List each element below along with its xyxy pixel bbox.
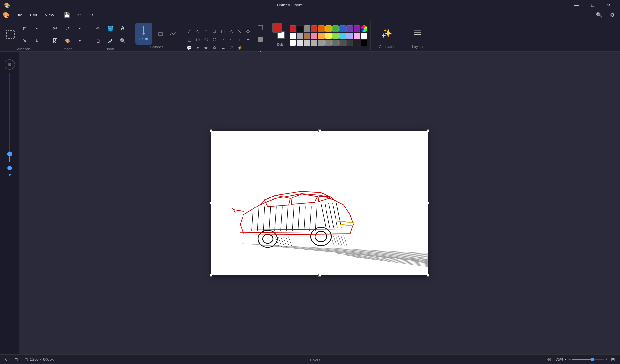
resize-button[interactable]: ⇲: [19, 35, 30, 46]
pencil-button[interactable]: ✏: [92, 23, 104, 34]
eyedropper-button[interactable]: 💉: [105, 35, 116, 46]
shape-star5-btn[interactable]: ★: [202, 44, 210, 52]
shape-lightning-btn[interactable]: ⚡: [236, 44, 243, 52]
color-swatch[interactable]: [354, 40, 360, 46]
zoom-minus-icon[interactable]: −: [568, 357, 571, 362]
shape-rtriangle2-btn[interactable]: ◿: [185, 35, 193, 43]
save-button[interactable]: 💾: [62, 11, 72, 20]
select-rect-button[interactable]: [3, 25, 17, 44]
color-swatch[interactable]: [318, 40, 325, 46]
foreground-color[interactable]: [272, 23, 282, 33]
image-select-button[interactable]: 🖼: [49, 35, 61, 46]
color-swatch[interactable]: [332, 33, 339, 39]
handle-mid-right[interactable]: [427, 202, 429, 204]
fill-button[interactable]: 🪣: [105, 23, 116, 34]
cocreator-button[interactable]: ✨: [378, 27, 395, 40]
color-swatch[interactable]: [325, 25, 332, 32]
color-swatch[interactable]: [297, 33, 303, 39]
color-swatch[interactable]: [354, 25, 360, 32]
handle-top-center[interactable]: [318, 129, 321, 132]
zoom-plus-icon[interactable]: +: [605, 357, 608, 362]
close-button[interactable]: ✕: [601, 0, 616, 10]
shape-star4-btn[interactable]: ✦: [194, 44, 202, 52]
color-swatch[interactable]: [297, 40, 303, 46]
shape-oval-btn[interactable]: ○: [202, 27, 210, 35]
color-swatch[interactable]: [290, 33, 296, 39]
color-swatch[interactable]: [325, 33, 332, 39]
image-bg-button[interactable]: 🎨: [62, 35, 73, 46]
color-swatch[interactable]: [304, 25, 310, 32]
shape-diamond2-btn[interactable]: ⬡: [194, 35, 202, 43]
color-swatch[interactable]: [346, 33, 353, 39]
color-swatch[interactable]: [339, 33, 346, 39]
handle-mid-left[interactable]: [210, 202, 212, 204]
fit-view-button[interactable]: ⊕: [546, 356, 553, 363]
color-swatch[interactable]: [318, 25, 325, 32]
magnifier-button[interactable]: 🔍: [117, 35, 129, 46]
color-swatch[interactable]: [346, 40, 353, 46]
zoom-track[interactable]: [572, 359, 604, 360]
handle-bot-left[interactable]: [210, 274, 212, 277]
color-wheel-swatch[interactable]: [361, 25, 367, 32]
fill-control-btn[interactable]: [255, 34, 265, 45]
color-swatch[interactable]: [339, 40, 346, 46]
maximize-button[interactable]: □: [585, 0, 600, 10]
color-swatch[interactable]: [325, 40, 332, 46]
edit-colors-button[interactable]: Edit: [272, 41, 288, 49]
shape-callout-btn[interactable]: 💬: [185, 44, 193, 52]
color-swatch[interactable]: [297, 25, 303, 32]
shape-diamond-btn[interactable]: ◇: [244, 27, 252, 35]
shape-rect-btn[interactable]: □: [211, 27, 218, 35]
color-swatch[interactable]: [311, 25, 317, 32]
settings-button[interactable]: ⚙: [607, 11, 617, 20]
color-swatch[interactable]: [290, 40, 296, 46]
color-swatch[interactable]: [318, 33, 325, 39]
image-flip-button[interactable]: ⇄: [62, 23, 73, 34]
color-swatch[interactable]: [311, 40, 317, 46]
zoom-to-fit-button[interactable]: ⊞: [610, 356, 616, 363]
color-swatch[interactable]: [361, 33, 367, 39]
image-bg-dropdown[interactable]: ▾: [74, 35, 86, 46]
rotate-button[interactable]: ↻: [31, 35, 43, 46]
shape-roundrect-btn[interactable]: ▢: [219, 27, 227, 35]
handle-bot-right[interactable]: [427, 274, 429, 277]
menu-edit[interactable]: Edit: [27, 11, 40, 19]
handle-bot-center[interactable]: [318, 274, 321, 277]
shape-cloud-btn[interactable]: ☁: [219, 44, 227, 52]
undo-button[interactable]: ↩: [74, 11, 84, 20]
color-swatch[interactable]: [304, 33, 310, 39]
minimize-button[interactable]: —: [569, 0, 584, 10]
color-swatch[interactable]: [339, 25, 346, 32]
eraser-button[interactable]: ◻: [92, 35, 104, 46]
color-swatch[interactable]: [304, 40, 310, 46]
shape-curve-btn[interactable]: ∿: [194, 27, 202, 35]
shape-triangle-btn[interactable]: △: [227, 27, 235, 35]
brush-stroke-button[interactable]: [167, 28, 179, 39]
zoom-dropdown-button[interactable]: ▾: [565, 358, 566, 361]
handle-top-right[interactable]: [427, 129, 429, 132]
select-all-button[interactable]: ⊡: [19, 23, 30, 34]
shape-heart-btn[interactable]: ♡: [227, 44, 235, 52]
handle-top-left[interactable]: [210, 129, 212, 132]
layers-button[interactable]: [410, 27, 425, 40]
shape-more-btn[interactable]: …: [244, 44, 252, 52]
image-crop-button[interactable]: ✂: [49, 23, 61, 34]
redo-button[interactable]: ↪: [86, 11, 97, 20]
color-swatch[interactable]: [290, 25, 296, 32]
brush-outline-button[interactable]: [155, 28, 166, 39]
image-dropdown-button[interactable]: ▾: [74, 23, 86, 34]
color-swatch[interactable]: [354, 33, 360, 39]
color-swatch[interactable]: [332, 25, 339, 32]
search-button[interactable]: 🔍: [594, 11, 604, 20]
brush-size-slider[interactable]: [9, 72, 10, 163]
shape-hexagon-btn[interactable]: ⬡: [211, 35, 218, 43]
shape-arrow-left-btn[interactable]: ←: [227, 35, 235, 43]
color-swatch[interactable]: [311, 33, 317, 39]
text-button[interactable]: A: [117, 23, 129, 34]
shape-rtriangle-btn[interactable]: ◺: [236, 27, 243, 35]
outline-control-btn[interactable]: [255, 23, 265, 33]
menu-file[interactable]: File: [12, 11, 26, 19]
brush-active-button[interactable]: Brush: [135, 23, 152, 45]
shape-line-btn[interactable]: ╱: [185, 27, 193, 35]
shape-arrow-right-btn[interactable]: →: [219, 35, 227, 43]
